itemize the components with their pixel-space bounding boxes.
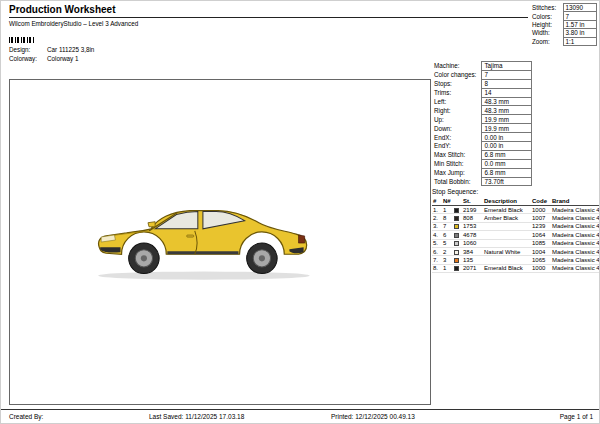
machine-row: Left:48.3 mm: [432, 97, 532, 106]
col-description: Description: [483, 197, 531, 206]
stop-brand: Madeira Classic 40: [551, 239, 599, 247]
car-illustration: [90, 190, 326, 288]
col-stitches: St.: [462, 197, 483, 206]
stop-num: 8.: [432, 264, 442, 272]
machine-row: Trims:14: [432, 88, 532, 97]
machine-label: Left:: [432, 97, 482, 106]
machine-label: Max Stitch:: [432, 150, 482, 159]
machine-label: Total Bobbin:: [432, 177, 482, 186]
machine-value: 0.00 in: [482, 142, 532, 151]
app-subtitle: Wilcom EmbroideryStudio – Level 3 Advanc…: [9, 20, 138, 27]
summary-label: Stitches:: [530, 4, 563, 12]
machine-label: Down:: [432, 124, 482, 133]
stop-num: 3.: [432, 222, 442, 230]
created-by-label: Created By:: [9, 413, 43, 420]
stop-needle: 1: [442, 264, 453, 272]
design-summary-table: Stitches:13090 Colors:7 Height:1.57 in W…: [530, 3, 597, 46]
printed-text: Printed: 12/12/2025 00.49.13: [331, 413, 415, 420]
col-num: #: [432, 197, 442, 206]
stop-brand: Madeira Classic 40: [551, 231, 599, 239]
stop-code: 1007: [531, 214, 551, 222]
machine-row: Min Stitch:0.0 mm: [432, 159, 532, 168]
machine-row: Max Jump:6.8 mm: [432, 168, 532, 177]
col-swatch: [453, 197, 462, 206]
thread-color-swatch: [454, 266, 459, 271]
stop-description: [483, 222, 531, 230]
machine-row: EndY:0.00 in: [432, 142, 532, 151]
design-label: Design:: [9, 46, 47, 53]
colorway-row: Colorway:Colorway 1: [9, 55, 79, 62]
machine-label: Stops:: [432, 79, 482, 88]
summary-label: Colors:: [530, 12, 563, 20]
machine-value: 73.70ft: [482, 177, 532, 186]
stop-needle: 3: [442, 256, 453, 264]
thread-color-swatch: [454, 208, 459, 213]
machine-label: EndX:: [432, 133, 482, 142]
design-row: Design:Car 111225 3,8in: [9, 46, 94, 53]
machine-label: Up:: [432, 115, 482, 124]
design-canvas: [9, 79, 431, 405]
machine-label: Machine:: [432, 62, 482, 71]
colorway-value: Colorway 1: [47, 55, 79, 62]
summary-value: 7: [563, 12, 597, 20]
machine-row: Color changes:7: [432, 70, 532, 79]
stop-stitches: 1060: [462, 239, 483, 247]
summary-row: Colors:7: [530, 12, 597, 20]
stop-needle: 2: [442, 247, 453, 255]
stop-stitches: 2199: [462, 206, 483, 214]
machine-value: 19.9 mm: [482, 115, 532, 124]
thread-color-swatch: [454, 233, 459, 238]
machine-label: Max Jump:: [432, 168, 482, 177]
production-worksheet-page: Production Worksheet Wilcom EmbroiderySt…: [0, 0, 600, 424]
stop-row: 1.1 2199Emerald Black 1000Madeira Classi…: [432, 206, 599, 214]
thread-color-swatch: [454, 258, 459, 263]
stop-stitches: 2071: [462, 264, 483, 272]
stop-needle: 1: [442, 206, 453, 214]
stop-brand: Madeira Classic 40: [551, 247, 599, 255]
stop-code: 1000: [531, 206, 551, 214]
page-title: Production Worksheet: [9, 4, 116, 15]
summary-row: Stitches:13090: [530, 4, 597, 12]
stop-description: [483, 239, 531, 247]
machine-value: 0.0 mm: [482, 159, 532, 168]
stop-code: 1239: [531, 222, 551, 230]
machine-value: 48.3 mm: [482, 106, 532, 115]
machine-value: 19.9 mm: [482, 124, 532, 133]
stop-sequence-table: # N# St. Description Code Brand 1.1 2199…: [432, 197, 599, 273]
machine-value: 7: [482, 70, 532, 79]
machine-value: Tajima: [482, 62, 532, 71]
summary-value: 3.80 in: [563, 29, 597, 37]
stop-row: 3.7 1753 1239Madeira Classic 40: [432, 222, 599, 230]
stop-needle: 6: [442, 231, 453, 239]
stop-stitches: 135: [462, 256, 483, 264]
thread-color-swatch: [454, 250, 459, 255]
stop-brand: Madeira Classic 40: [551, 264, 599, 272]
summary-value: 1.57 in: [563, 20, 597, 28]
last-saved-text: Last Saved: 11/12/2025 17.03.18: [149, 413, 244, 420]
stop-num: 5.: [432, 239, 442, 247]
summary-label: Height:: [530, 20, 563, 28]
car-design-artwork: [90, 190, 326, 290]
stop-description: [483, 256, 531, 264]
stop-brand: Madeira Classic 40: [551, 222, 599, 230]
stop-description: Amber Black: [483, 214, 531, 222]
thread-color-swatch: [454, 216, 459, 221]
machine-info-table: Machine:Tajima Color changes:7 Stops:8 T…: [432, 61, 532, 186]
machine-value: 14: [482, 88, 532, 97]
summary-row: Height:1.57 in: [530, 20, 597, 28]
machine-row: EndX:0.00 in: [432, 133, 532, 142]
stop-brand: Madeira Classic 40: [551, 206, 599, 214]
stop-description: Natural White: [483, 247, 531, 255]
stop-description: Emerald Black: [483, 206, 531, 214]
machine-label: Color changes:: [432, 70, 482, 79]
design-value: Car 111225 3,8in: [47, 46, 94, 53]
stop-row: 5.5 1060 1085Madeira Classic 40: [432, 239, 599, 247]
stop-row: 4.6 4678 1064Madeira Classic 40: [432, 231, 599, 239]
stop-needle: 7: [442, 222, 453, 230]
stop-num: 4.: [432, 231, 442, 239]
machine-label: Min Stitch:: [432, 159, 482, 168]
machine-value: 0.00 in: [482, 133, 532, 142]
stop-stitches: 4678: [462, 231, 483, 239]
machine-value: 8: [482, 79, 532, 88]
summary-label: Width:: [530, 29, 563, 37]
